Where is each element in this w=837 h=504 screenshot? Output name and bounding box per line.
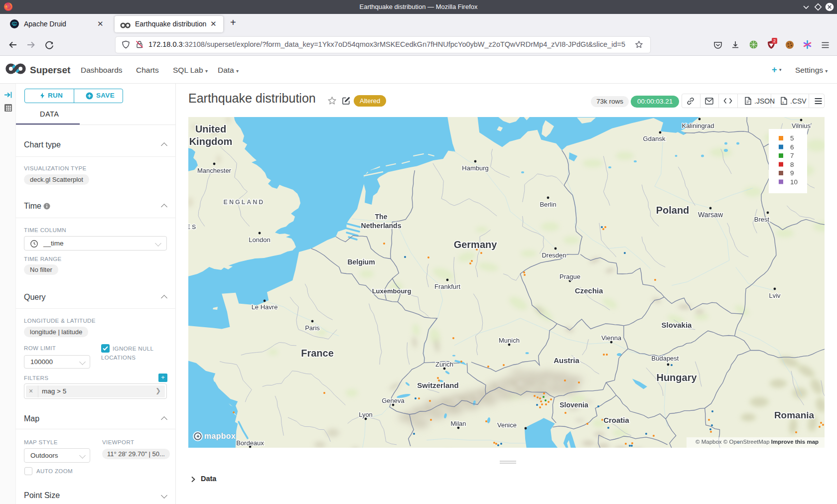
svg-text:Le Havre: Le Havre <box>252 303 278 311</box>
svg-text:Croatia: Croatia <box>603 416 629 424</box>
svg-text:Gdansk: Gdansk <box>643 135 666 142</box>
svg-text:Frankfurt: Frankfurt <box>434 283 460 290</box>
svg-text:Munich: Munich <box>499 337 520 344</box>
svg-text:Netherlands: Netherlands <box>361 222 402 230</box>
svg-text:9: 9 <box>790 169 794 177</box>
svg-text:The: The <box>375 213 388 221</box>
svg-text:x: x <box>782 101 784 104</box>
svg-text:10: 10 <box>790 178 798 186</box>
svg-text:Geneva: Geneva <box>382 397 405 404</box>
svg-text:Slovenia: Slovenia <box>559 401 588 409</box>
svg-text:Dresden: Dresden <box>542 252 566 259</box>
svg-text:ES: ES <box>188 224 197 231</box>
svg-text:Czechia: Czechia <box>575 286 603 295</box>
svg-text:United: United <box>195 124 226 134</box>
svg-text:Bordeaux: Bordeaux <box>236 439 264 447</box>
svg-text:Berlin: Berlin <box>540 201 556 208</box>
svg-text:5: 5 <box>790 134 794 142</box>
svg-text:Luxembourg: Luxembourg <box>372 287 412 295</box>
svg-text:Austria: Austria <box>554 356 579 365</box>
svg-text:Budapest: Budapest <box>652 355 679 362</box>
svg-text:Switzerland: Switzerland <box>417 381 458 389</box>
svg-text:Germany: Germany <box>454 239 498 250</box>
svg-text:Manchester: Manchester <box>197 167 232 174</box>
svg-text:Paris: Paris <box>305 324 320 332</box>
svg-text:Belgium: Belgium <box>347 258 375 266</box>
svg-text:Vilnius: Vilnius <box>792 122 811 129</box>
svg-text:Romania: Romania <box>774 410 815 420</box>
svg-text:Hungary: Hungary <box>656 372 697 383</box>
svg-text:Kingdom: Kingdom <box>189 136 233 147</box>
svg-text:Brest: Brest <box>754 216 770 223</box>
svg-text:mapbox: mapbox <box>204 432 236 440</box>
svg-text:8: 8 <box>790 161 794 168</box>
svg-text:Warsaw: Warsaw <box>698 211 723 219</box>
svg-text:Slovakia: Slovakia <box>662 321 693 329</box>
svg-text:© Mapbox © OpenStreetMap Impro: © Mapbox © OpenStreetMap Improve this ma… <box>696 439 819 445</box>
svg-text:Hamburg: Hamburg <box>462 164 488 172</box>
svg-text:ENGLAND: ENGLAND <box>224 199 265 206</box>
svg-text:7: 7 <box>790 152 794 159</box>
svg-text:London: London <box>249 236 270 244</box>
svg-text:Lyon: Lyon <box>359 411 373 418</box>
svg-text:Kaliningrad: Kaliningrad <box>682 122 714 129</box>
svg-text:6: 6 <box>790 143 794 151</box>
svg-text:Lviv: Lviv <box>769 292 781 299</box>
svg-text:Zurich: Zurich <box>435 361 453 368</box>
svg-text:Prague: Prague <box>559 273 580 280</box>
svg-text:Vienna: Vienna <box>601 334 622 342</box>
svg-text:Poland: Poland <box>656 205 690 216</box>
svg-text:Venice: Venice <box>497 421 517 429</box>
svg-text:Milan: Milan <box>450 420 466 427</box>
svg-text:France: France <box>301 348 334 359</box>
